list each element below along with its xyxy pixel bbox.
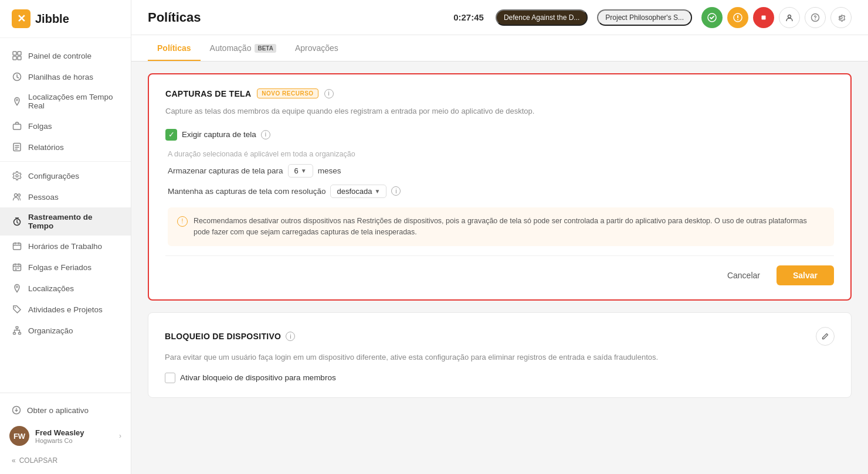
sidebar-item-reports-label: Relatórios [28,143,64,152]
logo-area: ✕ Jibble [0,0,131,38]
device-lock-title-row: BLOQUEIO DE DISPOSITIVO i [165,332,295,341]
btn-yellow-action[interactable] [727,7,748,28]
btn-settings[interactable] [830,7,852,28]
device-lock-checkbox-row: Ativar bloqueio de dispositivo para memb… [165,373,835,383]
sidebar-item-dashboard[interactable]: Painel de controle [0,45,131,66]
sidebar-item-people-label: Pessoas [28,193,59,202]
screenshots-title: CAPTURAS DE TELA [165,89,251,98]
svg-rect-19 [19,333,21,335]
report-icon [12,142,22,152]
sidebar-item-organization[interactable]: Organização [0,320,131,341]
device-lock-card: BLOQUEIO DE DISPOSITIVO i Para evitar qu… [148,312,852,398]
grid-icon [12,50,22,61]
topbar-actions [701,7,852,28]
device-lock-checkbox[interactable] [165,373,175,383]
collapse-label: COLAPSAR [19,456,57,465]
download-icon [12,405,21,415]
calendar-icon [12,262,22,272]
sidebar-item-activities-label: Atividades e Projetos [28,305,103,314]
card-actions: Cancelar Salvar [165,265,834,285]
project-badge-2[interactable]: Project Philosopher's S... [597,9,692,26]
get-app-item[interactable]: Obter o aplicativo [0,400,131,420]
sidebar-item-leaves[interactable]: Folgas [0,115,131,137]
device-lock-info-icon[interactable]: i [286,332,295,341]
tab-approvals[interactable]: Aprovações [286,35,348,61]
collapse-icon: « [12,456,16,465]
btn-help[interactable] [805,7,826,28]
settings-icon [12,170,22,181]
resolution-dropdown-arrow: ▼ [374,188,380,195]
collapse-button[interactable]: « COLAPSAR [0,452,131,472]
resolution-value: desfocada [337,187,372,196]
sidebar-item-activities[interactable]: Atividades e Projetos [0,299,131,320]
sidebar-item-settings[interactable]: Configurações [0,165,131,186]
get-app-label: Obter o aplicativo [27,406,89,415]
sidebar-item-locations-realtime[interactable]: Localizações em Tempo Real [0,87,131,115]
svg-rect-5 [18,56,21,60]
screenshots-card-header: CAPTURAS DE TELA NOVO RECURSO i [165,88,834,98]
location-icon [12,96,22,107]
tag-icon [12,304,22,315]
sidebar-item-people[interactable]: Pessoas [0,186,131,207]
user-profile[interactable]: FW Fred Weasley Hogwarts Co › [0,420,131,452]
tab-policies-label: Políticas [157,43,191,53]
store-label: Armazenar capturas de tela para [168,166,283,175]
tab-automation-label: Automação [210,43,252,53]
device-lock-edit-button[interactable] [816,327,835,346]
svg-point-28 [815,19,816,20]
btn-red-action[interactable] [753,7,774,28]
sidebar-item-timesheets[interactable]: Planilhas de horas [0,66,131,87]
btn-green-action[interactable] [701,7,723,28]
svg-rect-14 [13,264,21,271]
device-lock-checkbox-label: Ativar bloqueio de dispositivo para memb… [180,373,336,382]
cancel-button[interactable]: Cancelar [718,266,769,285]
resolution-dropdown[interactable]: desfocada ▼ [330,185,386,198]
svg-point-7 [16,99,18,101]
user-company: Hogwarts Co [35,437,113,444]
sidebar-item-locations[interactable]: Localizações [0,278,131,299]
sidebar-item-timesheets-label: Planilhas de horas [28,73,93,81]
store-unit: meses [318,166,341,175]
sidebar-item-leaves-holidays[interactable]: Folgas e Feriados [0,257,131,278]
tab-policies[interactable]: Políticas [148,35,201,61]
logo-text: Jibble [35,12,69,26]
svg-point-11 [18,194,21,196]
screenshots-description: Capture as telas dos membros da equipe q… [165,105,834,117]
store-dropdown-arrow: ▼ [301,168,307,174]
project-badge-1[interactable]: Defence Against the D... [496,9,588,26]
warning-icon: ! [177,216,188,227]
org-icon [12,325,22,336]
store-value: 6 [294,166,299,175]
tabs: Políticas Automação BETA Aprovações [131,35,868,62]
svg-rect-8 [13,124,21,129]
sidebar-item-work-schedules[interactable]: Horários de Trabalho [0,236,131,257]
require-screenshot-info-icon[interactable]: i [261,130,270,139]
svg-rect-18 [13,333,16,335]
user-name: Fred Weasley [35,428,113,437]
svg-rect-17 [16,327,18,329]
tab-approvals-label: Aprovações [295,43,338,53]
svg-text:✕: ✕ [17,13,26,25]
svg-point-10 [15,194,18,197]
sidebar: ✕ Jibble Painel de controle Planilhas de… [0,0,131,474]
tab-automation[interactable]: Automação BETA [201,35,286,61]
sidebar-item-dashboard-label: Painel de controle [28,52,91,60]
svg-point-16 [15,307,16,308]
page-title: Políticas [148,10,444,25]
duration-note: A duração selecionada é aplicável em tod… [168,150,834,158]
tracking-icon [12,216,22,227]
save-button[interactable]: Salvar [777,265,834,285]
btn-user-action[interactable] [779,7,800,28]
resolution-info-icon[interactable]: i [391,186,401,196]
sidebar-item-time-tracking[interactable]: Rastreamento de Tempo [0,207,131,236]
require-screenshot-row: ✓ Exigir captura de tela i [165,129,834,141]
sidebar-item-work-schedules-label: Horários de Trabalho [28,242,102,251]
sidebar-item-reports[interactable]: Relatórios [0,137,131,158]
require-screenshot-checkbox[interactable]: ✓ [165,129,177,141]
sidebar-item-leaves-label: Folgas [28,122,52,131]
store-duration-dropdown[interactable]: 6 ▼ [288,164,313,178]
beta-badge: BETA [255,44,276,53]
sidebar-bottom: Obter o aplicativo FW Fred Weasley Hogwa… [0,393,131,474]
screenshots-info-icon[interactable]: i [324,89,334,98]
require-screenshot-label: Exigir captura de tela [182,130,256,139]
